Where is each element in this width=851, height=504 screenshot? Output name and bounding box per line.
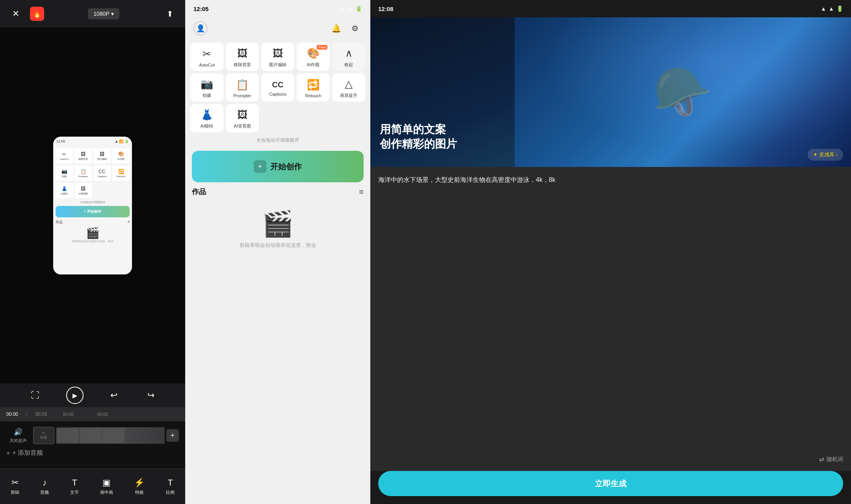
expand-button[interactable]: ⛶	[28, 387, 43, 404]
tool-edit[interactable]: ✂ 剪辑	[6, 474, 24, 498]
timeline-ruler: 00:00 / 00:05 00:00 00:02	[0, 407, 185, 421]
audio-track-text: 关闭原声	[9, 438, 27, 444]
empty-film-icon: 🎬	[262, 209, 294, 239]
retouch-label: Retouch	[305, 93, 321, 98]
editor-close-button[interactable]: ✕	[8, 6, 24, 22]
ai-signal-icon: ▲	[821, 6, 826, 12]
removebg-label: 移除背景	[234, 62, 251, 68]
redo-button[interactable]: ↪	[144, 387, 158, 404]
editor-playback-controls: ⛶ ▶ ↩ ↪	[0, 384, 185, 407]
home-status-icons: ▲ ▲ 🔋	[340, 6, 362, 12]
works-sort-icon[interactable]: ≡	[359, 187, 364, 196]
enhance-label: 画质提升	[340, 93, 357, 98]
resolution-label: 1080P	[93, 11, 109, 17]
hero-title-line1: 用简单的文案	[380, 122, 457, 137]
audio-track-content: ✏ 封面 +	[33, 426, 179, 445]
add-audio-label: + 添加音频	[12, 449, 43, 457]
phone-tools-row2: 📷 拍摄 📋 Prompter CC Captions 🔁 Retouch	[56, 166, 130, 181]
drag-hint-text: 长按拖动可调整顺序	[190, 135, 365, 148]
works-header: 作品 ≡	[192, 187, 364, 196]
hero-title-line2: 创作精彩的图片	[380, 137, 457, 151]
cover-clip[interactable]: ✏ 封面	[33, 427, 54, 444]
settings-button[interactable]: ⚙	[348, 21, 362, 35]
generate-label: 立即生成	[595, 478, 626, 489]
resolution-selector[interactable]: 1080P ▾	[88, 8, 119, 19]
editor-preview: 12:05 ▲ 📶 🔋 ✂ AutoCut 🖼 移除背景 🖼	[0, 28, 185, 384]
phone-tool-empty2	[112, 183, 130, 198]
tool-text-label: 文字	[70, 489, 79, 495]
tool-aimodel[interactable]: 👗 AI模特	[190, 104, 223, 132]
scissors-icon: ✂	[11, 478, 19, 488]
tool-ai-drawing[interactable]: Free 🎨 AI作图	[297, 43, 330, 71]
works-section: 作品 ≡ 🎬 剪辑草稿会自动保存在这里，快去	[186, 187, 370, 257]
tool-effects[interactable]: ⚡ 特效	[129, 474, 149, 498]
tool-prompter[interactable]: 📋 Prompter	[226, 73, 259, 102]
tools-row-2: 📷 拍摄 📋 Prompter CC Captions 🔁 Retouch △ …	[190, 73, 365, 102]
thumbnail-1	[57, 428, 79, 443]
tool-ratio[interactable]: T 比例	[161, 474, 179, 498]
tool-retouch[interactable]: 🔁 Retouch	[297, 73, 330, 102]
ai-hero-figure: 🪖	[515, 17, 851, 167]
ai-bottom-bar: ⇄ 随机词	[378, 451, 843, 463]
empty-hint-text: 剪辑草稿会自动保存在这里，快去	[240, 242, 316, 249]
tool-edit-label: 剪辑	[11, 489, 19, 495]
tool-captions[interactable]: CC Captions	[261, 73, 294, 102]
audio-track: 🔊 关闭原声 ✏ 封面 +	[0, 424, 185, 447]
random-word-button[interactable]: ⇄ 随机词	[819, 456, 843, 463]
photoedit-label: 图片编辑	[269, 62, 286, 68]
photoedit-icon: 🖼	[273, 47, 283, 59]
collapse-label: 收起	[344, 62, 353, 68]
timeline-marks: 00:00 00:02	[55, 412, 179, 417]
user-avatar-button[interactable]: 👤	[193, 21, 208, 35]
tool-photoedit[interactable]: 🖼 图片编辑	[261, 43, 294, 71]
total-time: 00:05	[35, 411, 47, 417]
tool-autocut[interactable]: ✂ AutoCut	[190, 43, 223, 71]
phone-tool-photoedit: 🖼 图片编辑	[93, 148, 111, 163]
phone-tool-removebg: 🖼 移除背景	[74, 148, 92, 163]
phone-tool-aibg: 🖼 AI背景图	[74, 183, 92, 198]
tool-collapse[interactable]: ∧ 收起	[332, 43, 365, 71]
enhance-icon: △	[345, 78, 353, 90]
edit-icon: ✏	[42, 431, 45, 435]
tool-removebg[interactable]: 🖼 移除背景	[226, 43, 259, 71]
notification-button[interactable]: 🔔	[329, 21, 343, 35]
add-clip-button[interactable]: +	[166, 429, 179, 442]
tool-aibg[interactable]: 🖼 AI背景图	[226, 104, 259, 132]
aimodel-icon: 👗	[201, 109, 213, 121]
add-audio-button[interactable]: + + 添加音频	[0, 447, 185, 460]
phone-tools-row3: 👗 AI模特 🖼 AI背景图	[56, 183, 130, 198]
phone-tool-autocut: ✂ AutoCut	[56, 148, 73, 163]
tool-text[interactable]: T 文字	[65, 474, 84, 498]
retouch-icon: 🔁	[307, 79, 320, 91]
tool-audio[interactable]: ♪ 音频	[35, 474, 54, 498]
upload-button[interactable]: ⬆	[163, 7, 177, 21]
current-time: 00:00	[6, 411, 18, 417]
tool-camera[interactable]: 📷 拍摄	[190, 73, 223, 102]
camera-label: 拍摄	[203, 93, 211, 98]
inspire-library-button[interactable]: ✦ 灵感库 ›	[808, 149, 843, 161]
ai-hero-title: 用简单的文案 创作精彩的图片	[380, 122, 457, 151]
ai-input-section: 海洋中的水下场景，大型史前海洋生物在高密度中游泳，4k，8k ⇄ 随机词	[370, 167, 851, 471]
signal-icon: ▲	[340, 6, 345, 12]
autocut-icon: ✂	[203, 48, 211, 60]
phone-drag-hint: 长按拖动可调整顺序	[56, 200, 130, 204]
app-logo-icon: 🔥	[30, 7, 44, 21]
home-start-button[interactable]: + 开始创作	[192, 151, 364, 182]
phone-tool-camera: 📷 拍摄	[56, 166, 73, 181]
battery-icon: 🔋	[355, 6, 362, 12]
text-icon: T	[72, 478, 77, 488]
home-status-bar: 12:05 ▲ ▲ 🔋	[186, 0, 370, 17]
generate-button[interactable]: 立即生成	[378, 471, 843, 496]
editor-timeline: 🔊 关闭原声 ✏ 封面 + + + 添加音频	[0, 421, 185, 469]
shuffle-icon: ⇄	[819, 456, 824, 463]
video-thumbnails[interactable]	[56, 427, 165, 444]
prompt-input[interactable]: 海洋中的水下场景，大型史前海洋生物在高密度中游泳，4k，8k	[378, 175, 843, 451]
phone-tool-prompter: 📋 Prompter	[74, 166, 92, 181]
tool-enhance[interactable]: △ 画质提升	[332, 73, 365, 102]
play-button[interactable]: ▶	[66, 387, 84, 404]
undo-button[interactable]: ↩	[107, 387, 121, 404]
editor-topbar-left: ✕ 🔥	[8, 6, 44, 22]
phone-start-button: + 开始创作	[56, 206, 130, 217]
panel-editor: ✕ 🔥 1080P ▾ ⬆ 12:05 ▲ 📶 🔋 ✂ AutoCut	[0, 0, 185, 504]
tool-pip[interactable]: ▣ 画中画	[95, 474, 118, 498]
